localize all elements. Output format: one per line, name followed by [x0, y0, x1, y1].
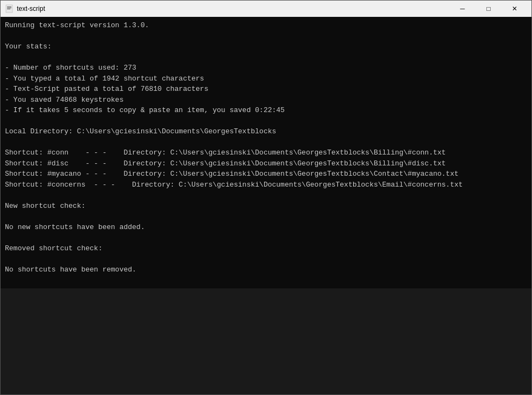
title-bar-controls: ─ □ ✕: [450, 1, 527, 17]
terminal-output: Running text-script version 1.3.0. Your …: [1, 17, 531, 288]
window-title: text-script: [17, 5, 45, 13]
title-bar: text-script ─ □ ✕: [1, 1, 531, 17]
svg-rect-2: [7, 8, 11, 8]
svg-rect-3: [7, 9, 10, 9]
bottom-area: [1, 288, 531, 394]
svg-rect-1: [7, 7, 11, 7]
close-button[interactable]: ✕: [502, 1, 527, 17]
main-window: text-script ─ □ ✕ Running text-script ve…: [0, 0, 532, 395]
title-bar-left: text-script: [5, 4, 45, 13]
minimize-button[interactable]: ─: [450, 1, 475, 17]
maximize-button[interactable]: □: [476, 1, 501, 17]
app-icon: [5, 4, 14, 13]
